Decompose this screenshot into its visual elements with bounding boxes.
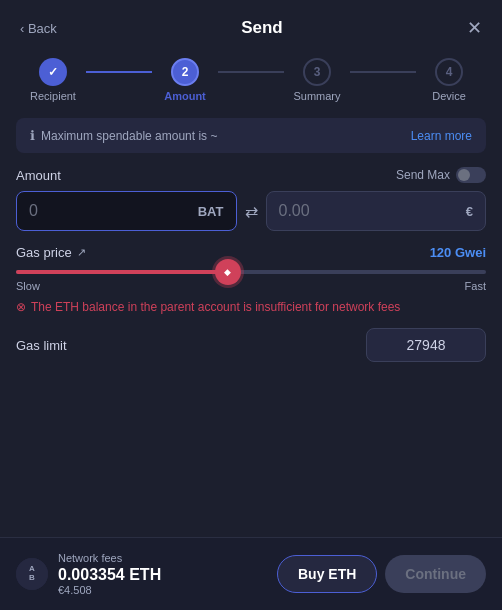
step-summary: 3 Summary xyxy=(284,58,350,102)
slider-thumb[interactable]: ◆ xyxy=(215,259,241,285)
send-max-toggle[interactable] xyxy=(456,167,486,183)
step-line-1 xyxy=(86,71,152,73)
amount-input-row: BAT ⇄ 0.00 € xyxy=(16,191,486,231)
step-label-recipient: Recipient xyxy=(30,90,76,102)
amount-label-row: Amount Send Max xyxy=(16,167,486,183)
gas-slider-container: ◆ xyxy=(16,270,486,274)
step-amount: 2 Amount xyxy=(152,58,218,102)
step-line-2 xyxy=(218,71,284,73)
slider-fast-label: Fast xyxy=(465,280,486,292)
external-link-icon[interactable]: ↗ xyxy=(77,246,86,259)
info-bar: ℹ Maximum spendable amount is ~ Learn mo… xyxy=(16,118,486,153)
svg-text:A: A xyxy=(29,564,35,573)
fee-info: A B Network fees 0.003354 ETH €4.508 xyxy=(16,552,161,596)
footer: A B Network fees 0.003354 ETH €4.508 Buy… xyxy=(0,537,502,610)
error-icon: ⊗ xyxy=(16,300,26,314)
send-max-row: Send Max xyxy=(396,167,486,183)
slider-labels: Slow Fast xyxy=(16,280,486,292)
step-circle-amount: 2 xyxy=(171,58,199,86)
step-circle-recipient: ✓ xyxy=(39,58,67,86)
gas-price-row: Gas price ↗ 120 Gwei xyxy=(16,245,486,260)
slider-slow-label: Slow xyxy=(16,280,40,292)
svg-text:B: B xyxy=(29,573,35,582)
gas-price-label: Gas price ↗ xyxy=(16,245,86,260)
fiat-input-box: 0.00 € xyxy=(266,191,487,231)
info-bar-text: Maximum spendable amount is ~ xyxy=(41,129,217,143)
fee-amount: 0.003354 ETH xyxy=(58,566,161,584)
send-max-label: Send Max xyxy=(396,168,450,182)
stepper: ✓ Recipient 2 Amount 3 Summary 4 Device xyxy=(0,50,502,118)
gas-limit-row: Gas limit 27948 xyxy=(16,328,486,362)
footer-buttons: Buy ETH Continue xyxy=(277,555,486,593)
fiat-value: 0.00 xyxy=(279,202,310,220)
step-device: 4 Device xyxy=(416,58,482,102)
page-title: Send xyxy=(241,18,283,38)
token-input-box[interactable]: BAT xyxy=(16,191,237,231)
gas-limit-label: Gas limit xyxy=(16,338,67,353)
step-label-amount: Amount xyxy=(164,90,206,102)
fee-title: Network fees xyxy=(58,552,161,564)
fee-labels: Network fees 0.003354 ETH €4.508 xyxy=(58,552,161,596)
step-recipient: ✓ Recipient xyxy=(20,58,86,102)
gas-limit-value[interactable]: 27948 xyxy=(366,328,486,362)
swap-icon[interactable]: ⇄ xyxy=(245,202,258,221)
network-fee-icon: A B xyxy=(16,558,48,590)
token-currency-badge: BAT xyxy=(198,204,224,219)
fiat-currency-badge: € xyxy=(466,204,473,219)
error-message: ⊗ The ETH balance in the parent account … xyxy=(16,300,486,314)
main-content: ℹ Maximum spendable amount is ~ Learn mo… xyxy=(0,118,502,537)
fee-fiat: €4.508 xyxy=(58,584,161,596)
step-line-3 xyxy=(350,71,416,73)
back-button[interactable]: ‹ Back xyxy=(20,21,57,36)
slider-thumb-icon: ◆ xyxy=(224,267,231,277)
info-icon: ℹ xyxy=(30,128,35,143)
gas-price-value: 120 Gwei xyxy=(430,245,486,260)
error-text: The ETH balance in the parent account is… xyxy=(31,300,400,314)
step-circle-summary: 3 xyxy=(303,58,331,86)
slider-track: ◆ xyxy=(16,270,486,274)
gas-price-text: Gas price xyxy=(16,245,72,260)
amount-label: Amount xyxy=(16,168,61,183)
token-amount-input[interactable] xyxy=(29,202,190,220)
info-bar-left: ℹ Maximum spendable amount is ~ xyxy=(30,128,217,143)
learn-more-link[interactable]: Learn more xyxy=(411,129,472,143)
header: ‹ Back Send ✕ xyxy=(0,0,502,50)
step-label-summary: Summary xyxy=(293,90,340,102)
buy-eth-button[interactable]: Buy ETH xyxy=(277,555,377,593)
step-label-device: Device xyxy=(432,90,466,102)
close-button[interactable]: ✕ xyxy=(467,19,482,37)
continue-button[interactable]: Continue xyxy=(385,555,486,593)
slider-fill xyxy=(16,270,228,274)
step-circle-device: 4 xyxy=(435,58,463,86)
